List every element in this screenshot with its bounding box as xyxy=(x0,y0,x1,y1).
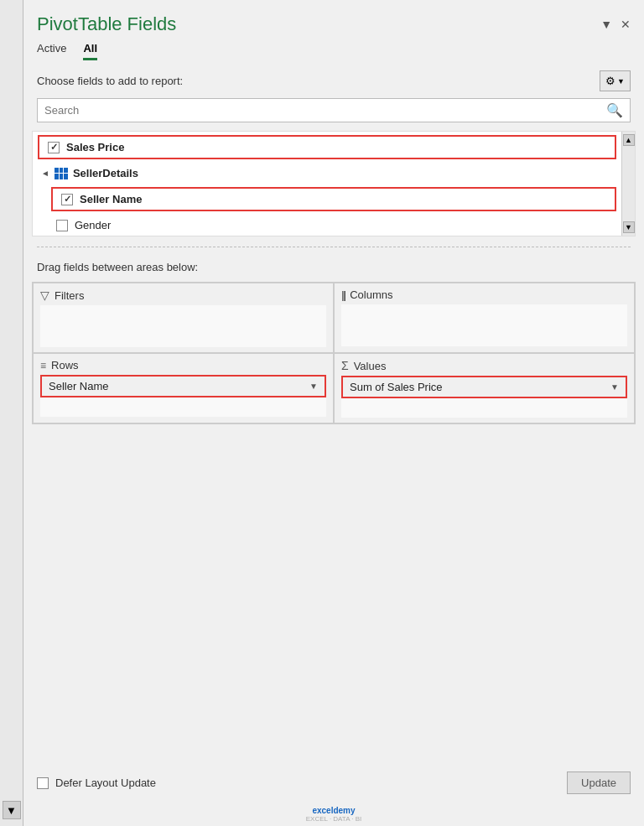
header-icons: ▼ ✕ xyxy=(600,18,631,31)
values-pill-sum-sales-price[interactable]: Sum of Sales Price ▼ xyxy=(341,376,627,398)
divider xyxy=(37,247,631,247)
defer-label: Defer Layout Update xyxy=(55,777,156,789)
area-columns-body[interactable] xyxy=(341,304,627,346)
area-columns: ||| Columns xyxy=(334,283,635,353)
section-label: Choose fields to add to report: xyxy=(37,75,183,87)
area-values: Σ Values Sum of Sales Price ▼ xyxy=(334,353,635,423)
columns-icon: ||| xyxy=(341,288,345,301)
area-rows-title: Rows xyxy=(51,359,79,371)
areas-grid: ▽ Filters ||| Columns ≡ Rows Seller Name… xyxy=(32,282,636,424)
group-label-seller-details: SellerDetails xyxy=(73,167,138,179)
field-gender[interactable]: Gender xyxy=(33,215,621,236)
table-icon xyxy=(55,168,68,179)
tab-all[interactable]: All xyxy=(83,42,97,60)
area-values-title: Values xyxy=(354,360,387,372)
drag-label: Drag fields between areas below: xyxy=(23,257,644,282)
area-values-body[interactable]: Sum of Sales Price ▼ xyxy=(341,376,627,418)
rows-icon: ≡ xyxy=(40,360,46,371)
filter-icon: ▽ xyxy=(40,288,49,302)
values-pill-text: Sum of Sales Price xyxy=(350,381,443,393)
sidebar-scroll-down[interactable]: ▼ xyxy=(3,801,21,819)
checkbox-seller-name[interactable] xyxy=(61,194,73,205)
field-label-sales-price: Sales Price xyxy=(66,141,124,153)
field-sales-price[interactable]: Sales Price xyxy=(38,135,616,159)
area-rows-header: ≡ Rows xyxy=(40,359,326,371)
gear-button[interactable]: ⚙ ▼ xyxy=(600,70,631,91)
area-columns-title: Columns xyxy=(350,288,392,301)
area-filters-header: ▽ Filters xyxy=(40,288,326,302)
gear-icon: ⚙ xyxy=(605,75,615,87)
left-sidebar: ▼ xyxy=(0,0,23,826)
field-label-gender: Gender xyxy=(75,219,111,231)
scroll-up-arrow[interactable]: ▲ xyxy=(623,134,635,146)
defer-checkbox[interactable] xyxy=(37,777,49,789)
field-label-seller-name: Seller Name xyxy=(80,193,142,205)
gear-row: Choose fields to add to report: ⚙ ▼ xyxy=(23,70,644,98)
sidebar-down-icon: ▼ xyxy=(6,804,17,817)
tabs-row: Active All xyxy=(23,42,644,60)
area-filters-body[interactable] xyxy=(40,305,326,347)
area-values-header: Σ Values xyxy=(341,359,627,372)
collapse-icon: ◄ xyxy=(41,169,49,178)
fields-scrollbar: ▲ ▼ xyxy=(621,132,635,236)
area-rows-body[interactable]: Seller Name ▼ xyxy=(40,375,326,417)
watermark-tagline: EXCEL · DATA · BI xyxy=(23,815,644,823)
defer-row: Defer Layout Update xyxy=(37,777,156,789)
scroll-down-arrow[interactable]: ▼ xyxy=(623,221,635,233)
bottom-bar: Defer Layout Update Update xyxy=(23,761,644,804)
tab-active[interactable]: Active xyxy=(37,42,66,60)
update-button[interactable]: Update xyxy=(567,771,631,794)
watermark: exceldemy EXCEL · DATA · BI xyxy=(23,804,644,826)
dropdown-icon[interactable]: ▼ xyxy=(600,18,612,31)
panel-title: PivotTable Fields xyxy=(37,13,176,35)
search-input[interactable] xyxy=(44,104,606,117)
rows-pill-seller-name[interactable]: Seller Name ▼ xyxy=(40,375,326,397)
rows-pill-text: Seller Name xyxy=(49,380,109,392)
watermark-brand: exceldemy xyxy=(312,806,355,815)
close-icon[interactable]: ✕ xyxy=(621,18,631,31)
area-filters-title: Filters xyxy=(55,289,84,302)
checkbox-sales-price[interactable] xyxy=(48,142,60,153)
area-columns-header: ||| Columns xyxy=(341,288,627,301)
panel-header: PivotTable Fields ▼ ✕ xyxy=(23,0,644,42)
values-pill-arrow: ▼ xyxy=(610,382,619,392)
search-bar[interactable]: 🔍 xyxy=(37,98,631,122)
area-rows: ≡ Rows Seller Name ▼ xyxy=(33,353,334,423)
checkbox-gender[interactable] xyxy=(56,220,68,231)
fields-inner: Sales Price ◄ SellerDetails Seller Name … xyxy=(33,132,621,236)
fields-container: Sales Price ◄ SellerDetails Seller Name … xyxy=(32,131,636,236)
rows-pill-arrow: ▼ xyxy=(309,382,318,391)
field-seller-name[interactable]: Seller Name xyxy=(51,187,616,211)
sigma-icon: Σ xyxy=(341,359,349,372)
gear-dropdown-arrow: ▼ xyxy=(617,77,625,86)
search-icon: 🔍 xyxy=(606,102,623,118)
group-seller-details[interactable]: ◄ SellerDetails xyxy=(33,163,621,184)
area-filters: ▽ Filters xyxy=(33,283,334,353)
pivot-table-fields-panel: PivotTable Fields ▼ ✕ Active All Choose … xyxy=(23,0,644,826)
